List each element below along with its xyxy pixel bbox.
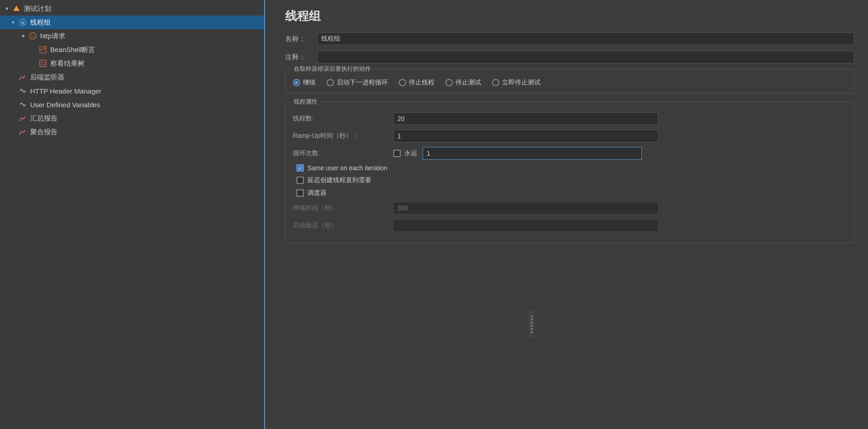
duration-input[interactable] [393,202,658,214]
arrow-beanshell [30,47,37,53]
error-action-radio-group: 继续 启动下一进程循环 停止线程 停止测试 立即停止测试 [293,76,847,87]
sidebar-item-thread-group[interactable]: 线程组 [0,16,264,29]
svg-rect-7 [40,60,46,67]
splitter-dot-3 [531,322,533,324]
loop-count-label: 循环次数 [293,149,393,157]
thread-count-row: 线程数: [293,112,847,125]
svg-text:H: H [32,35,34,39]
thread-props-section: 线程属性 线程数: Ramp-Up时间（秒）： 循环次数 永远 Same use… [285,102,854,243]
sidebar-label-backend: 后端监听器 [30,73,64,82]
splitter-dot-1 [531,315,533,317]
duration-label: 持续时间（秒） [293,204,393,212]
radio-next-loop[interactable]: 启动下一进程循环 [327,78,388,87]
sidebar-item-aggregate-report[interactable]: 聚合报告 [0,125,264,139]
aggregate-icon [18,127,27,136]
right-panel: 线程组 名称： 注释： 在取样器错误后要执行的动作 继续 启动下一进程循环 停止… [271,0,868,429]
sidebar-item-beanshell[interactable]: BeanShell断言 [0,43,264,57]
radio-continue-circle [293,79,300,86]
duration-row: 持续时间（秒） [293,202,847,214]
test-plan-icon [12,4,21,13]
name-label: 名称： [285,35,312,43]
loop-count-input[interactable] [423,147,642,160]
sidebar-item-http-header[interactable]: HTTP Header Manager [0,84,264,98]
radio-stop-thread-circle [399,79,406,86]
comment-input[interactable] [317,51,854,63]
sidebar-item-summary-report[interactable]: 汇总报告 [0,111,264,125]
scheduler-checkbox[interactable] [296,189,304,197]
sidebar-item-test-plan[interactable]: 测试计划 [0,2,264,16]
sidebar-label-test-plan: 测试计划 [24,5,51,13]
same-user-checkbox[interactable] [296,164,304,172]
same-user-row[interactable]: Same user on each iteration [296,164,847,172]
start-delay-label: 启动延迟（秒） [293,221,393,230]
svg-point-12 [19,134,21,135]
radio-next-loop-circle [327,79,334,86]
result-tree-icon [38,59,48,68]
http-header-icon [18,86,27,95]
error-action-title: 在取样器错误后要执行的动作 [291,65,374,73]
radio-stop-thread[interactable]: 停止线程 [399,78,434,87]
svg-marker-0 [13,5,20,11]
start-delay-row: 启动延迟（秒） [293,219,847,232]
sidebar-label-beanshell: BeanShell断言 [50,46,95,54]
thread-count-label: 线程数: [293,115,393,123]
thread-count-input[interactable] [393,112,658,125]
beanshell-icon [38,45,48,54]
radio-stop-now-circle [492,79,499,86]
delay-create-checkbox[interactable] [296,177,304,184]
sidebar-label-result-tree: 察看结果树 [50,59,85,68]
summary-icon [18,114,27,123]
svg-point-11 [19,120,21,121]
forever-label: 永远 [404,149,417,157]
radio-stop-test-label: 停止测试 [455,78,481,87]
sidebar-item-http-request[interactable]: H http请求 [0,29,264,43]
http-icon: H [28,31,37,41]
radio-continue[interactable]: 继续 [293,78,316,87]
ramp-up-input[interactable] [393,130,658,142]
svg-point-10 [19,79,21,80]
ramp-up-label: Ramp-Up时间（秒）： [293,132,393,140]
sidebar-label-thread-group: 线程组 [30,18,51,27]
splitter-dot-2 [531,319,533,320]
radio-stop-test[interactable]: 停止测试 [445,78,481,87]
svg-point-5 [41,49,42,51]
sidebar-label-http-header: HTTP Header Manager [30,87,101,95]
comment-label: 注释： [285,53,312,62]
same-user-label: Same user on each iteration [307,164,387,172]
thread-props-title: 线程属性 [291,98,320,106]
sidebar-label-aggregate: 聚合报告 [30,128,58,136]
radio-continue-label: 继续 [303,78,316,87]
page-title: 线程组 [285,8,854,24]
scheduler-row[interactable]: 调度器 [296,189,847,197]
arrow-thread-group [10,19,16,26]
delay-create-label: 延迟创建线程直到需要 [307,176,371,184]
arrow-summary [10,115,16,121]
radio-stop-now[interactable]: 立即停止测试 [492,78,540,87]
sidebar-item-user-vars[interactable]: User Defined Variables [0,98,264,111]
arrow-aggregate [10,129,16,135]
ramp-up-row: Ramp-Up时间（秒）： [293,130,847,142]
backend-icon [18,73,27,82]
arrow-test-plan [4,5,10,12]
arrow-user-vars [10,101,16,108]
loop-count-row: 循环次数 永远 [293,147,847,160]
sidebar-item-backend[interactable]: 后端监听器 [0,70,264,84]
arrow-backend [10,74,16,80]
name-input[interactable] [317,32,854,45]
start-delay-input[interactable] [393,219,658,232]
radio-next-loop-label: 启动下一进程循环 [337,78,388,87]
arrow-http [20,33,26,39]
scheduler-label: 调度器 [307,189,327,197]
arrow-http-header [10,88,16,94]
comment-row: 注释： [285,51,854,63]
splitter-dot-4 [531,325,533,327]
radio-stop-test-circle [445,79,453,86]
panel-splitter[interactable] [529,310,535,338]
user-vars-icon [18,100,27,109]
forever-checkbox[interactable] [393,150,401,157]
sidebar-item-result-tree[interactable]: 察看结果树 [0,57,264,70]
splitter-dot-5 [531,328,533,330]
delay-create-row[interactable]: 延迟创建线程直到需要 [296,176,847,184]
radio-stop-now-label: 立即停止测试 [502,78,540,87]
sidebar-label-summary: 汇总报告 [30,114,58,123]
